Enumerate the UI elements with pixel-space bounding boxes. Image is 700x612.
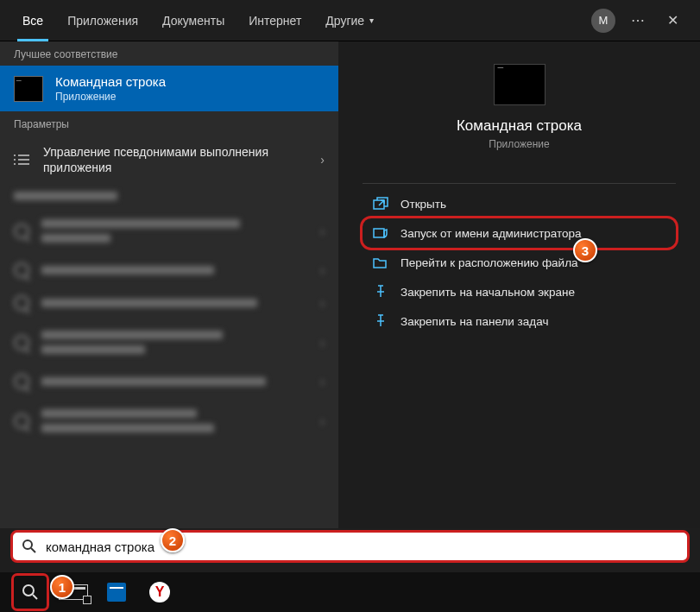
open-icon <box>373 197 388 211</box>
action-pin-to-start-label: Закрепить на начальном экране <box>400 286 575 299</box>
action-open[interactable]: Открыть <box>363 189 676 218</box>
ellipsis-icon: ⋯ <box>631 12 645 28</box>
yandex-icon: Y <box>149 582 170 603</box>
tab-other-label: Другие <box>325 14 364 28</box>
settings-alias-label: Управление псевдонимами выполнения прило… <box>43 144 308 175</box>
results-panel: Лучшее соответствие Командная строка При… <box>0 41 338 528</box>
action-open-file-location[interactable]: Перейти к расположению файла <box>363 248 676 277</box>
blurred-section-header <box>0 184 338 208</box>
tab-all[interactable]: Все <box>10 0 55 41</box>
settings-alias-item[interactable]: Управление псевдонимами выполнения прило… <box>0 136 338 184</box>
preview-title: Командная строка <box>457 117 582 135</box>
action-open-label: Открыть <box>400 198 446 211</box>
action-run-as-admin[interactable]: Запуск от имени администратора <box>363 218 676 248</box>
calendar-icon <box>107 583 126 602</box>
best-match-header: Лучшее соответствие <box>0 41 338 66</box>
action-pin-to-taskbar-label: Закрепить на панели задач <box>400 315 548 328</box>
chevron-down-icon: ▾ <box>369 16 374 25</box>
svg-point-10 <box>23 585 34 596</box>
search-icon <box>22 539 37 554</box>
action-pin-to-taskbar[interactable]: Закрепить на панели задач <box>363 306 676 336</box>
blurred-results: › › › › › › <box>0 208 338 528</box>
settings-header: Параметры <box>0 111 338 136</box>
shield-icon <box>373 226 388 240</box>
pin-taskbar-icon <box>373 314 388 328</box>
svg-point-8 <box>23 540 32 549</box>
pin-start-icon <box>373 285 388 299</box>
close-button[interactable]: ✕ <box>655 3 690 38</box>
svg-line-9 <box>31 548 35 552</box>
folder-icon <box>373 256 388 269</box>
list-icon <box>14 154 31 166</box>
more-options-button[interactable]: ⋯ <box>621 3 655 38</box>
taskbar-yandex-button[interactable]: Y <box>140 572 180 612</box>
annotation-badge-2: 2 <box>161 528 185 552</box>
preview-cmd-icon <box>494 64 545 105</box>
annotation-badge-3: 3 <box>573 238 597 262</box>
action-open-file-location-label: Перейти к расположению файла <box>400 256 578 269</box>
result-subtitle: Приложение <box>55 91 166 103</box>
preview-panel: Командная строка Приложение Открыть Запу… <box>338 41 700 528</box>
search-window: Все Приложения Документы Интернет Другие… <box>0 0 700 612</box>
svg-line-11 <box>33 595 37 599</box>
result-title: Командная строка <box>55 74 166 89</box>
filter-tab-bar: Все Приложения Документы Интернет Другие… <box>0 0 700 41</box>
search-box[interactable] <box>10 530 690 563</box>
tab-web[interactable]: Интернет <box>236 0 313 41</box>
taskbar: Y <box>0 572 700 612</box>
chevron-right-icon: › <box>320 153 325 167</box>
svg-rect-7 <box>374 229 384 237</box>
best-match-result[interactable]: Командная строка Приложение <box>0 66 338 111</box>
taskbar-calendar-button[interactable] <box>97 572 136 612</box>
annotation-badge-1: 1 <box>50 575 74 599</box>
preview-subtitle: Приложение <box>489 138 549 150</box>
preview-actions: Открыть Запуск от имени администратора П… <box>338 183 700 336</box>
cmd-icon <box>14 76 43 102</box>
avatar-circle: М <box>591 9 615 33</box>
search-input[interactable] <box>46 539 678 554</box>
tab-other[interactable]: Другие ▾ <box>313 0 386 41</box>
main-area: Лучшее соответствие Командная строка При… <box>0 41 700 528</box>
user-avatar[interactable]: М <box>586 3 621 38</box>
close-icon: ✕ <box>667 12 678 28</box>
tab-apps[interactable]: Приложения <box>55 0 150 41</box>
action-run-as-admin-label: Запуск от имени администратора <box>400 227 582 240</box>
action-pin-to-start[interactable]: Закрепить на начальном экране <box>363 277 676 306</box>
taskbar-search-button[interactable] <box>10 572 50 612</box>
tab-documents[interactable]: Документы <box>150 0 236 41</box>
